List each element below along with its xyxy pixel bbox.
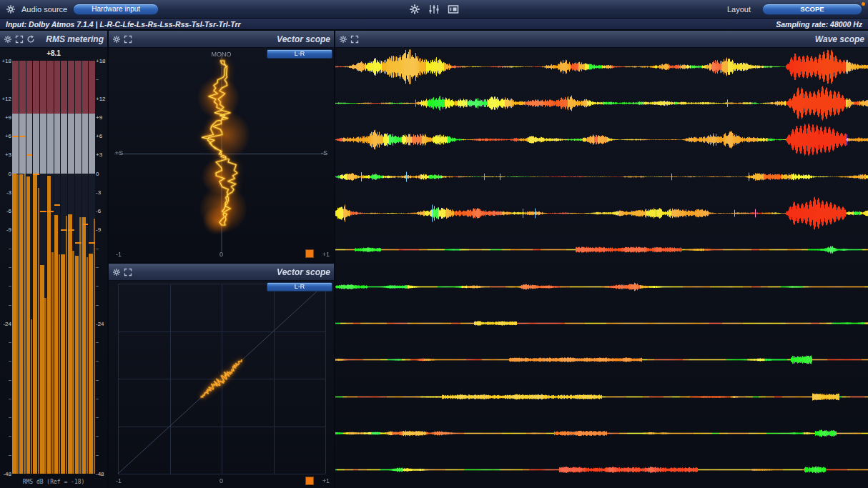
axis-label-left: -1 <box>116 477 122 484</box>
meter-column-L <box>12 61 19 474</box>
vector-scope-header: Vector scope <box>109 264 334 281</box>
rms-meter-area: +18+12+9+6+30-3-6-9-24-48 +18+12+9+6+30-… <box>0 61 107 474</box>
axis-label-center: 0 <box>220 477 223 484</box>
vector-scope-panel-top: Vector scope MONO L-R +S -S -1 0 +1 <box>109 31 334 262</box>
rms-footer-label: RMS dB (Ref = -18) <box>0 479 107 485</box>
info-bar: Input: Dolby Atmos 7.1.4 | L-R-C-Lfe-Ls-… <box>0 19 868 31</box>
rms-meter-columns <box>12 61 95 474</box>
panel-title: Vector scope <box>277 34 330 44</box>
meter-column-Trr <box>89 61 95 474</box>
channel-pair-button[interactable]: L-R <box>267 49 332 59</box>
settings-gear-icon[interactable] <box>6 4 16 14</box>
clip-indicator[interactable] <box>305 249 314 258</box>
vector-scope-display <box>109 48 334 262</box>
rms-scale-left: +18+12+9+6+30-3-6-9-24-48 <box>1 61 11 474</box>
fullscreen-icon[interactable] <box>124 268 132 277</box>
fullscreen-icon[interactable] <box>15 35 24 44</box>
rms-metering-panel: RMS metering +8.1 +18+12+9+6+30-3-6-9-24… <box>0 31 107 488</box>
gear-icon[interactable] <box>339 35 347 44</box>
axis-label-center: 0 <box>220 251 223 258</box>
io-icon[interactable] <box>448 4 459 15</box>
sliders-icon[interactable] <box>428 4 440 15</box>
rms-panel-header: RMS metering <box>0 31 107 48</box>
panel-title: RMS metering <box>46 34 104 44</box>
input-format-label: Input: Dolby Atmos 7.1.4 | L-R-C-Lfe-Ls-… <box>6 20 241 29</box>
analyzer-app: Audio source Hardware input Layout SCOPE… <box>0 0 868 488</box>
meter-column-Lss <box>54 61 61 474</box>
channel-pair-button[interactable]: L-R <box>267 282 332 292</box>
plus-s-label: +S <box>115 149 123 156</box>
meter-column-Trl <box>82 61 89 474</box>
fullscreen-icon[interactable] <box>124 35 132 44</box>
top-right-tools: Layout SCOPE <box>727 4 862 15</box>
wave-scope-display <box>335 48 868 488</box>
meter-column-R <box>19 61 26 474</box>
meter-column-Ls <box>40 61 46 474</box>
top-bar: Audio source Hardware input Layout SCOPE <box>0 0 868 19</box>
audio-source-label: Audio source <box>21 5 67 14</box>
wave-scope-header: Wave scope <box>335 31 868 48</box>
wave-scope-panel: Wave scope <box>335 31 868 488</box>
top-center-tools <box>409 4 459 15</box>
reset-icon[interactable] <box>26 35 35 44</box>
hardware-input-button[interactable]: Hardware input <box>73 4 159 15</box>
axis-label-right: +1 <box>322 477 330 484</box>
axis-label-left: -1 <box>116 251 122 258</box>
vector-scope-display <box>109 281 334 488</box>
axis-label-right: +1 <box>322 251 330 258</box>
meter-column-Tsl <box>68 61 74 474</box>
minus-s-label: -S <box>321 149 327 156</box>
vector-scope-header: Vector scope <box>109 31 334 48</box>
gear-icon[interactable] <box>409 4 420 15</box>
clip-indicator[interactable] <box>305 477 314 485</box>
meter-column-Rs <box>47 61 54 474</box>
scope-button[interactable]: SCOPE <box>762 4 862 15</box>
sampling-rate-label: Sampling rate: 48000 Hz <box>776 20 862 29</box>
gear-icon[interactable] <box>112 268 121 277</box>
meter-column-Lfe <box>33 61 39 474</box>
meter-column-C <box>26 61 33 474</box>
status-indicator-dot <box>862 2 865 6</box>
fullscreen-icon[interactable] <box>350 35 359 44</box>
layout-button[interactable]: Layout <box>727 5 751 14</box>
panel-title: Vector scope <box>277 267 330 277</box>
panel-title: Wave scope <box>815 34 864 44</box>
meter-column-Rss <box>61 61 67 474</box>
vector-scope-panel-bottom: Vector scope L-R -1 0 +1 <box>109 264 334 488</box>
rms-scale-right: +18+12+9+6+30-3-6-9-24-48 <box>96 61 107 474</box>
rms-max-value: +8.1 <box>0 49 107 57</box>
meter-column-Tsr <box>75 61 82 474</box>
gear-icon[interactable] <box>112 35 121 44</box>
gear-icon[interactable] <box>4 35 12 44</box>
